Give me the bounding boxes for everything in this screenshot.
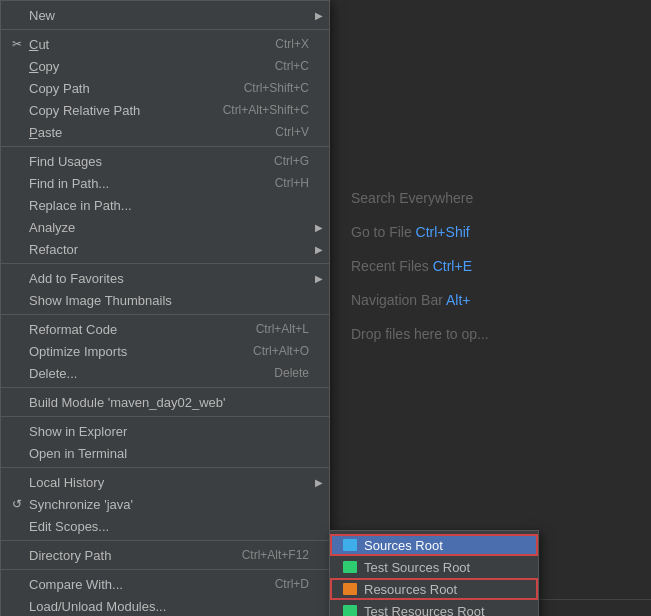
menu-item-paste[interactable]: Paste Ctrl+V — [1, 121, 329, 143]
resources-root-icon — [342, 581, 358, 597]
menu-item-analyze[interactable]: Analyze ▶ — [1, 216, 329, 238]
menu-item-synchronize[interactable]: ↺ Synchronize 'java' — [1, 493, 329, 515]
menu-item-refactor[interactable]: Refactor ▶ — [1, 238, 329, 260]
submenu-item-test-resources-root[interactable]: Test Resources Root — [330, 600, 538, 616]
submenu-item-test-sources-root[interactable]: Test Sources Root — [330, 556, 538, 578]
menu-item-replace-in-path[interactable]: Replace in Path... — [1, 194, 329, 216]
arrow-icon: ▶ — [315, 477, 323, 488]
arrow-icon: ▶ — [315, 10, 323, 21]
hint-search: Search Everywhere — [351, 190, 651, 206]
submenu-mark-directory: Sources Root Test Sources Root Resources… — [329, 530, 539, 616]
menu-item-compare-with[interactable]: Compare With... Ctrl+D — [1, 573, 329, 595]
cut-icon: ✂ — [9, 37, 25, 51]
menu-item-directory-path[interactable]: Directory Path Ctrl+Alt+F12 — [1, 544, 329, 566]
context-menu: New ▶ ✂ Cut Ctrl+X Copy Ctrl+C Copy Path… — [0, 0, 330, 616]
test-resources-root-icon — [342, 603, 358, 616]
hint-goto-file: Go to File Ctrl+Shif — [351, 224, 651, 240]
separator-7 — [1, 467, 329, 468]
separator-6 — [1, 416, 329, 417]
separator-1 — [1, 29, 329, 30]
menu-item-copy-path[interactable]: Copy Path Ctrl+Shift+C — [1, 77, 329, 99]
menu-item-reformat-code[interactable]: Reformat Code Ctrl+Alt+L — [1, 318, 329, 340]
menu-item-optimize-imports[interactable]: Optimize Imports Ctrl+Alt+O — [1, 340, 329, 362]
separator-2 — [1, 146, 329, 147]
sources-root-icon — [342, 537, 358, 553]
arrow-icon: ▶ — [315, 273, 323, 284]
menu-item-edit-scopes[interactable]: Edit Scopes... — [1, 515, 329, 537]
menu-item-show-explorer[interactable]: Show in Explorer — [1, 420, 329, 442]
menu-item-copy[interactable]: Copy Ctrl+C — [1, 55, 329, 77]
menu-item-find-usages[interactable]: Find Usages Ctrl+G — [1, 150, 329, 172]
menu-item-load-unload[interactable]: Load/Unload Modules... — [1, 595, 329, 616]
menu-item-new[interactable]: New ▶ — [1, 4, 329, 26]
menu-item-find-in-path[interactable]: Find in Path... Ctrl+H — [1, 172, 329, 194]
menu-item-copy-relative-path[interactable]: Copy Relative Path Ctrl+Alt+Shift+C — [1, 99, 329, 121]
menu-item-delete[interactable]: Delete... Delete — [1, 362, 329, 384]
menu-item-local-history[interactable]: Local History ▶ — [1, 471, 329, 493]
menu-item-cut[interactable]: ✂ Cut Ctrl+X — [1, 33, 329, 55]
submenu-item-sources-root[interactable]: Sources Root — [330, 534, 538, 556]
submenu-item-resources-root[interactable]: Resources Root — [330, 578, 538, 600]
sync-icon: ↺ — [9, 497, 25, 511]
background-panel: Search Everywhere Go to File Ctrl+Shif R… — [321, 0, 651, 616]
menu-item-add-favorites[interactable]: Add to Favorites ▶ — [1, 267, 329, 289]
hint-drop-files: Drop files here to op... — [351, 326, 651, 342]
hint-nav-bar: Navigation Bar Alt+ — [351, 292, 651, 308]
arrow-icon: ▶ — [315, 244, 323, 255]
separator-8 — [1, 540, 329, 541]
menu-item-build-module[interactable]: Build Module 'maven_day02_web' — [1, 391, 329, 413]
separator-3 — [1, 263, 329, 264]
arrow-icon: ▶ — [315, 222, 323, 233]
menu-item-open-terminal[interactable]: Open in Terminal — [1, 442, 329, 464]
separator-9 — [1, 569, 329, 570]
separator-4 — [1, 314, 329, 315]
menu-item-show-thumbnails[interactable]: Show Image Thumbnails — [1, 289, 329, 311]
separator-5 — [1, 387, 329, 388]
test-sources-root-icon — [342, 559, 358, 575]
hint-recent-files: Recent Files Ctrl+E — [351, 258, 651, 274]
